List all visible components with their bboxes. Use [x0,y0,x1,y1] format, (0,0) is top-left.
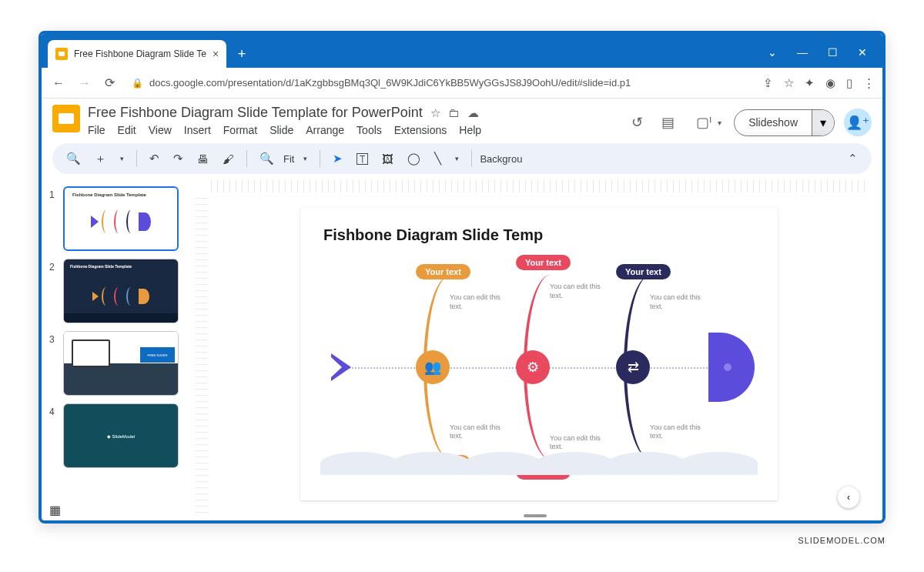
menu-help[interactable]: Help [459,124,481,136]
relay-icon[interactable]: ◉ [825,76,835,90]
canvas-area[interactable]: Fishbone Diagram Slide Temp Your text Yo… [188,180,882,520]
close-window-icon[interactable]: ✕ [858,46,867,59]
lock-icon: 🔒 [132,78,143,89]
thumb-number: 4 [49,403,59,468]
slideshow-dropdown-button[interactable]: ▾ [812,110,834,135]
menu-insert[interactable]: Insert [184,124,211,136]
extensions-icon[interactable]: ✦ [805,76,815,90]
gear-icon: ⚙ [516,350,550,384]
url-text: docs.google.com/presentation/d/1aKzgbbsg… [149,77,631,89]
menu-format[interactable]: Format [223,124,257,136]
reload-button[interactable]: ⟳ [102,72,118,93]
share-button[interactable]: 👤⁺ [844,109,872,136]
menu-slide[interactable]: Slide [270,124,293,136]
new-tab-button[interactable]: + [231,43,253,65]
maximize-icon[interactable]: ☐ [828,46,838,59]
process-icon: ⇄ [616,350,650,384]
minimize-icon[interactable]: ― [797,46,808,59]
tab-title: Free Fishbone Diagram Slide Te [74,49,206,59]
background-button[interactable]: Backgrou [480,153,522,165]
vertical-ruler [196,192,208,513]
star-icon[interactable]: ☆ [430,106,440,120]
slideshow-button-group: Slideshow ▾ 🗨 Presenter view Start slide… [734,109,835,136]
slideshow-button[interactable]: Slideshow [735,111,812,134]
menu-extensions[interactable]: Extensions [394,124,447,136]
image-icon[interactable]: 🖼 [377,148,398,170]
slides-logo-icon[interactable] [52,105,80,132]
sidepanel-icon[interactable]: ▯ [846,76,852,90]
thumb-number: 3 [49,331,59,396]
thumb-number: 2 [49,259,59,323]
meet-dropdown-icon[interactable]: ▾ [718,119,721,127]
tab-close-icon[interactable]: × [213,48,219,60]
search-menus-icon[interactable]: 🔍 [62,147,85,170]
window-dropdown-icon[interactable]: ⌄ [768,46,777,59]
meet-camera-icon[interactable]: ▢ᴵ [691,109,716,135]
back-button[interactable]: ← [49,73,68,93]
new-slide-icon[interactable]: ＋ [90,147,111,171]
watermark: SLIDEMODEL.COM [798,536,886,545]
history-icon[interactable]: ↺ [627,109,648,135]
collapse-toolbar-icon[interactable]: ⌃ [843,147,862,170]
select-tool-icon[interactable]: ➤ [328,147,347,170]
slide-thumb-1[interactable]: Fishbone Diagram Slide Template [63,186,179,251]
line-icon[interactable]: ╲ [430,147,446,170]
paint-format-icon[interactable]: 🖌 [218,148,239,170]
speaker-notes-handle[interactable] [524,514,547,517]
menu-view[interactable]: View [149,124,172,136]
window-controls: ⌄ ― ☐ ✕ [768,46,882,68]
menu-edit[interactable]: Edit [118,124,136,136]
comments-icon[interactable]: ▤ [657,109,679,135]
menu-tools[interactable]: Tools [357,124,382,136]
zoom-dropdown-icon[interactable]: ▾ [299,150,312,167]
explore-button[interactable]: ‹ [838,487,859,508]
waves-decoration [323,452,755,475]
fishbone-diagram[interactable]: Your text You can edit this text. 👥 You … [323,259,755,475]
fish-head [708,333,755,402]
shape-icon[interactable]: ◯ [403,147,425,170]
slide-title[interactable]: Fishbone Diagram Slide Temp [323,226,755,244]
move-icon[interactable]: 🗀 [448,106,460,120]
new-slide-dropdown-icon[interactable]: ▾ [116,150,129,167]
filmstrip-view-icon[interactable]: ▦ [49,503,61,517]
slides-header: Free Fishbone Diagram Slide Template for… [42,99,882,140]
line-dropdown-icon[interactable]: ▾ [450,150,464,167]
undo-icon[interactable]: ↶ [145,147,164,170]
fishbone-cause-3[interactable]: Your text You can edit this text. ⇄ You … [593,259,685,475]
people-icon: 👥 [416,350,450,384]
slide-thumb-3[interactable]: FREE SLIDES [63,331,179,396]
fish-tail [331,353,351,381]
thumb-number: 1 [49,186,59,251]
slide-thumb-2[interactable]: Fishbone Diagram Slide Template [63,259,179,323]
zoom-out-icon[interactable]: 🔍 [255,147,279,170]
bookmark-icon[interactable]: ☆ [784,76,794,90]
textbox-icon[interactable]: 🅃 [352,148,373,170]
share-url-icon[interactable]: ⇪ [763,76,773,90]
horizontal-ruler [211,180,867,192]
url-field[interactable]: 🔒 docs.google.com/presentation/d/1aKzgbb… [126,77,755,89]
cloud-status-icon[interactable]: ☁ [467,106,479,120]
workspace: 1 Fishbone Diagram Slide Template [42,180,882,520]
browser-tab[interactable]: Free Fishbone Diagram Slide Te × [48,40,226,68]
menu-arrange[interactable]: Arrange [306,124,344,136]
slides-favicon [55,48,68,60]
redo-icon[interactable]: ↷ [169,147,188,170]
print-icon[interactable]: 🖶 [192,148,213,170]
thumbnail-pane[interactable]: 1 Fishbone Diagram Slide Template [42,180,188,520]
slide-canvas[interactable]: Fishbone Diagram Slide Temp Your text Yo… [300,208,778,500]
browser-titlebar: Free Fishbone Diagram Slide Te × + ⌄ ― ☐… [42,34,882,68]
browser-window: Free Fishbone Diagram Slide Te × + ⌄ ― ☐… [38,31,886,523]
menu-file[interactable]: File [88,124,105,136]
address-bar: ← → ⟳ 🔒 docs.google.com/presentation/d/1… [42,68,882,99]
document-title[interactable]: Free Fishbone Diagram Slide Template for… [88,105,423,121]
zoom-level[interactable]: Fit [283,153,294,165]
menubar: File Edit View Insert Format Slide Arran… [88,124,619,136]
browser-menu-icon[interactable]: ⋮ [863,76,875,90]
fishbone-cause-1[interactable]: Your text You can edit this text. 👥 You … [393,259,485,475]
slide-thumb-4[interactable]: ◆ SlideModel [63,403,179,468]
forward-button[interactable]: → [75,73,94,93]
toolbar: 🔍 ＋ ▾ ↶ ↷ 🖶 🖌 🔍 Fit ▾ ➤ 🅃 🖼 ◯ ╲ ▾ Backgr… [52,143,872,174]
fishbone-cause-2[interactable]: Your text You can edit this text. ⚙ You … [493,259,585,475]
